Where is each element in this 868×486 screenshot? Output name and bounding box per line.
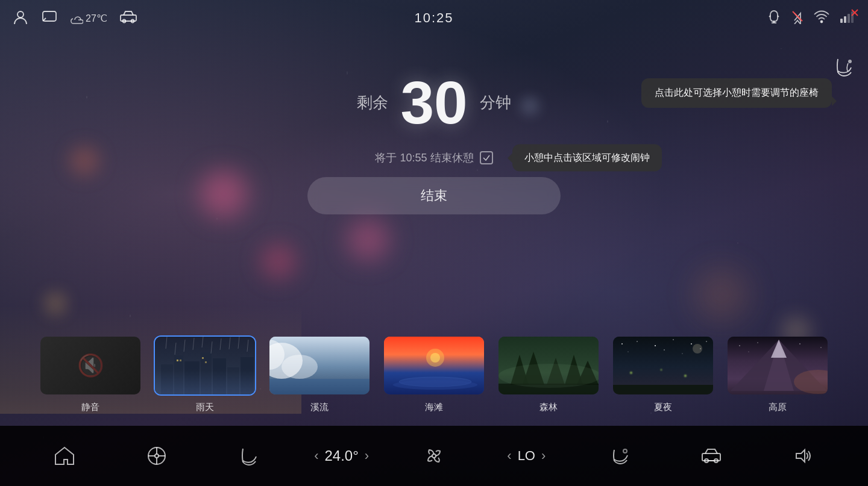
top-left-icons: 27℃	[12, 8, 137, 28]
bottom-volume[interactable]	[758, 445, 850, 467]
bottom-home[interactable]	[18, 445, 110, 467]
seat-icon-area[interactable]	[832, 54, 856, 81]
bottom-lo-control[interactable]: ‹ LO ›	[480, 448, 573, 464]
svg-line-30	[184, 340, 185, 352]
temp-left-arrow[interactable]: ‹	[314, 448, 318, 464]
seat-tooltip: 点击此处可选择小憩时需要调节的座椅	[641, 78, 832, 108]
bottom-seat[interactable]	[203, 445, 295, 467]
bottom-fan[interactable]	[388, 445, 480, 467]
bottom-seat2[interactable]	[573, 445, 665, 467]
svg-rect-11	[840, 19, 843, 23]
scene-thumb-forest	[497, 335, 600, 396]
svg-line-35	[193, 338, 194, 350]
scene-label-beach: 海滩	[425, 402, 443, 413]
svg-point-59	[637, 341, 638, 342]
svg-point-64	[627, 351, 628, 352]
scene-label-forest: 森林	[539, 402, 558, 413]
svg-point-63	[706, 341, 707, 342]
timer-prefix: 剩余	[357, 92, 388, 113]
svg-point-68	[693, 344, 702, 354]
svg-point-81	[820, 347, 821, 347]
svg-point-79	[757, 342, 758, 343]
svg-rect-13	[848, 14, 850, 23]
end-button[interactable]: 结束	[307, 177, 561, 214]
temp-right-arrow[interactable]: ›	[365, 448, 369, 464]
scene-thumb-stream	[268, 335, 371, 396]
scene-item-stream[interactable]: 溪流	[268, 335, 371, 413]
scene-item-beach[interactable]: 海滩	[383, 335, 485, 413]
svg-point-17	[848, 60, 852, 63]
scene-label-night: 夏夜	[654, 402, 672, 413]
svg-point-86	[623, 449, 627, 453]
svg-point-84	[155, 454, 159, 458]
svg-point-60	[655, 345, 656, 346]
lo-value: LO	[518, 448, 535, 464]
top-right-icons	[767, 10, 856, 27]
timer-display: 剩余 30 分钟	[357, 72, 511, 132]
user-icon[interactable]	[12, 8, 29, 28]
scene-item-night[interactable]: 夏夜	[612, 335, 714, 413]
scene-label-mute: 静音	[81, 402, 99, 413]
svg-line-33	[238, 337, 239, 349]
vibrate-icon[interactable]	[767, 10, 781, 27]
svg-point-42	[281, 355, 318, 379]
scene-thumb-highland	[726, 335, 829, 396]
message-icon[interactable]	[41, 8, 58, 28]
temp-value: 24.0°	[324, 447, 358, 464]
svg-point-10	[821, 20, 823, 22]
end-time-text: 将于 10:55 结束休憩	[375, 151, 473, 165]
svg-point-69	[630, 372, 632, 374]
svg-rect-43	[269, 379, 371, 396]
bottom-steering[interactable]	[110, 445, 203, 467]
svg-point-85	[432, 454, 436, 458]
svg-rect-12	[844, 16, 846, 23]
timer-number: 30	[400, 72, 467, 132]
timer-suffix: 分钟	[480, 92, 511, 113]
signal-icon	[839, 10, 856, 26]
end-time-row[interactable]: 将于 10:55 结束休憩 小憩中点击该区域可修改闹钟	[375, 151, 492, 165]
wifi-icon[interactable]	[814, 10, 829, 26]
lo-left-arrow[interactable]: ‹	[507, 448, 511, 464]
svg-point-70	[661, 369, 662, 371]
car-icon[interactable]	[119, 10, 137, 26]
scene-item-mute[interactable]: 🔇 静音	[39, 335, 142, 413]
svg-point-62	[691, 343, 692, 344]
svg-point-71	[684, 375, 687, 377]
scene-item-forest[interactable]: 森林	[497, 335, 600, 413]
scene-item-rain[interactable]: 雨天	[154, 335, 256, 413]
svg-rect-72	[613, 385, 714, 396]
bottom-car[interactable]	[665, 445, 757, 467]
bluetooth-icon[interactable]	[791, 10, 804, 27]
svg-rect-23	[227, 367, 239, 394]
svg-line-31	[202, 337, 203, 347]
svg-point-56	[498, 364, 600, 388]
svg-point-80	[799, 343, 800, 344]
scene-thumb-beach	[383, 335, 485, 396]
svg-point-66	[682, 353, 682, 354]
scene-thumb-rain	[154, 335, 256, 396]
svg-line-32	[220, 338, 221, 350]
bottom-temp-control[interactable]: ‹ 24.0° ›	[295, 447, 388, 464]
weather-display: 27℃	[70, 11, 107, 25]
scene-strip: 🔇 静音	[0, 335, 868, 426]
scene-item-highland[interactable]: 高原	[726, 335, 829, 413]
svg-point-58	[621, 343, 623, 344]
end-time-checkbox[interactable]	[480, 151, 493, 164]
lo-right-arrow[interactable]: ›	[541, 448, 546, 464]
svg-line-37	[229, 337, 230, 349]
svg-point-78	[739, 345, 740, 346]
svg-line-36	[211, 341, 212, 354]
svg-point-61	[673, 339, 674, 340]
svg-point-0	[17, 11, 24, 17]
svg-line-34	[175, 343, 176, 355]
scene-label-highland: 高原	[769, 402, 787, 413]
svg-line-29	[166, 337, 167, 349]
svg-point-65	[664, 349, 665, 350]
clock-display: 10:25	[414, 10, 453, 26]
scene-thumb-mute: 🔇	[39, 335, 142, 396]
svg-point-82	[748, 351, 749, 352]
svg-line-38	[247, 340, 248, 352]
svg-point-46	[430, 353, 440, 363]
scene-label-stream: 溪流	[310, 402, 329, 413]
scene-label-rain: 雨天	[196, 402, 214, 413]
